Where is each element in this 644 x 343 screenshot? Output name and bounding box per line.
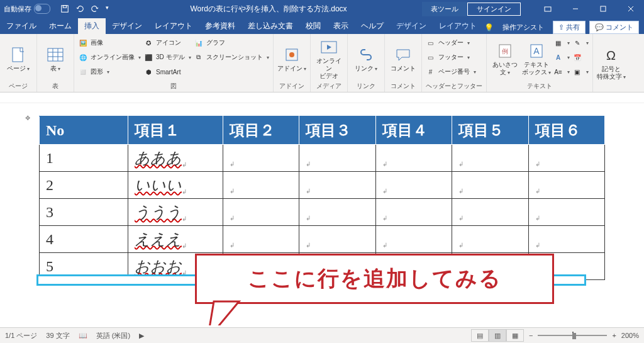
shapes-icon: ◻️ bbox=[78, 67, 88, 77]
svg-marker-21 bbox=[208, 301, 239, 325]
3dmodel-button[interactable]: ⬛3D モデル bbox=[143, 51, 191, 64]
dropdown-icon[interactable]: ▾ bbox=[106, 4, 109, 13]
link-button[interactable]: リンク bbox=[352, 37, 380, 82]
online-video-button[interactable]: オンライン ビデオ bbox=[314, 37, 343, 82]
tab-help[interactable]: ヘルプ bbox=[355, 18, 390, 34]
signin-button[interactable]: サインイン bbox=[467, 3, 521, 16]
th[interactable]: 項目３ bbox=[299, 116, 375, 145]
picture-button[interactable]: 🖼️画像 bbox=[78, 37, 141, 49]
tab-insert[interactable]: 挿入 bbox=[78, 18, 106, 34]
title-bar: 自動保存 ▾ Wordの表に行や列を挿入、削除する方法.docx 表ツール サイ… bbox=[0, 0, 644, 18]
dropcap-button[interactable]: A≡ bbox=[553, 65, 570, 78]
th[interactable]: 項目６ bbox=[528, 116, 604, 145]
ribbon-display-icon[interactable] bbox=[535, 0, 561, 18]
tab-home[interactable]: ホーム bbox=[43, 18, 78, 34]
sigline-button[interactable]: ✎ bbox=[572, 37, 589, 49]
chart-button[interactable]: 📊グラフ bbox=[194, 37, 269, 49]
group-label: テキスト bbox=[491, 82, 589, 91]
svg-rect-1 bbox=[63, 6, 66, 8]
table-move-handle[interactable]: ✥ bbox=[25, 115, 30, 121]
document-canvas[interactable]: ✥ No 項目１ 項目２ 項目３ 項目４ 項目５ 項目６ 1あああ↲↲↲↲↲↲ … bbox=[0, 93, 644, 325]
spellcheck-icon[interactable]: 📖 bbox=[79, 332, 87, 340]
tab-view[interactable]: 表示 bbox=[327, 18, 355, 34]
share-button[interactable]: ⇪ 共有 bbox=[553, 21, 586, 34]
header-button[interactable]: ▭ヘッダー bbox=[426, 37, 476, 49]
th[interactable]: No bbox=[40, 116, 128, 145]
zoom-in-button[interactable]: + bbox=[612, 332, 616, 339]
quickparts-button[interactable]: ▦ bbox=[553, 37, 570, 49]
ribbon-tabs: ファイル ホーム 挿入 デザイン レイアウト 参考資料 差し込み文書 校閲 表示… bbox=[0, 18, 644, 34]
maximize-icon[interactable] bbox=[590, 0, 616, 18]
screenshot-button[interactable]: ⧉スクリーンショット bbox=[194, 51, 269, 64]
object-button[interactable]: ▣ bbox=[572, 65, 589, 78]
tab-layout[interactable]: レイアウト bbox=[148, 18, 199, 34]
tab-design[interactable]: デザイン bbox=[106, 18, 148, 34]
footer-button[interactable]: ▭フッター bbox=[426, 51, 476, 64]
tab-mailings[interactable]: 差し込み文書 bbox=[242, 18, 299, 34]
group-headerfooter: ▭ヘッダー ▭フッター #ページ番号 ヘッダーとフッター bbox=[422, 34, 487, 92]
document-title: Wordの表に行や列を挿入、削除する方法.docx bbox=[115, 4, 422, 14]
shapes-button[interactable]: ◻️図形 bbox=[78, 65, 141, 78]
object-icon: ▣ bbox=[572, 67, 582, 77]
zoom-level[interactable]: 200% bbox=[621, 332, 639, 339]
wordart-button[interactable]: A bbox=[553, 51, 570, 64]
th[interactable]: 項目５ bbox=[452, 116, 528, 145]
pages-button[interactable]: ページ bbox=[4, 37, 33, 82]
close-icon[interactable] bbox=[618, 0, 644, 18]
tab-references[interactable]: 参考資料 bbox=[199, 18, 242, 34]
minimize-icon[interactable] bbox=[562, 0, 589, 18]
table-row[interactable]: 1あああ↲↲↲↲↲↲ bbox=[40, 145, 605, 172]
group-addins: アドイン アドイン bbox=[274, 34, 311, 92]
wordart-icon: A bbox=[553, 52, 564, 62]
online-picture-icon: 🌐 bbox=[78, 52, 88, 62]
undo-icon[interactable] bbox=[75, 4, 84, 13]
smartart-button[interactable]: ⬢SmartArt bbox=[143, 65, 191, 78]
datetime-button[interactable]: 📅 bbox=[572, 51, 589, 64]
symbol-button[interactable]: Ω 記号と 特殊文字 bbox=[597, 37, 626, 91]
zoom-slider[interactable] bbox=[538, 335, 607, 336]
video-icon bbox=[320, 38, 338, 56]
tab-review[interactable]: 校閲 bbox=[299, 18, 327, 34]
chart-icon: 📊 bbox=[194, 38, 204, 48]
greeting-button[interactable]: 例 あいさつ 文 bbox=[491, 37, 519, 82]
redo-icon[interactable] bbox=[91, 4, 99, 13]
footer-icon: ▭ bbox=[426, 52, 436, 62]
tab-file[interactable]: ファイル bbox=[0, 18, 43, 34]
svg-rect-2 bbox=[545, 7, 551, 11]
table-row[interactable]: 4えええ↲↲↲↲↲↲ bbox=[40, 226, 605, 253]
th[interactable]: 項目１ bbox=[128, 116, 223, 145]
pagenum-button[interactable]: #ページ番号 bbox=[426, 65, 476, 78]
readmode-icon[interactable]: ▤ bbox=[471, 329, 489, 342]
table-row[interactable]: 2いいい↲↲↲↲↲↲ bbox=[40, 172, 605, 199]
ribbon: ページ ページ 表 表 🖼️画像 🌐オンライン画像 ◻️図形 ✪アイコン ⬛3D… bbox=[0, 34, 644, 93]
svg-rect-4 bbox=[601, 6, 606, 11]
language-indicator[interactable]: 英語 (米国) bbox=[96, 331, 130, 340]
save-icon[interactable] bbox=[60, 4, 69, 13]
tell-me[interactable]: 操作アシスト bbox=[497, 23, 549, 32]
printlayout-icon[interactable]: ▥ bbox=[489, 329, 506, 342]
autosave-toggle[interactable]: 自動保存 bbox=[0, 4, 54, 14]
word-count[interactable]: 39 文字 bbox=[46, 331, 69, 340]
online-picture-button[interactable]: 🌐オンライン画像 bbox=[78, 51, 141, 64]
tab-table-layout[interactable]: レイアウト bbox=[433, 18, 483, 34]
addins-button[interactable]: アドイン bbox=[277, 37, 306, 82]
zoom-out-button[interactable]: − bbox=[529, 332, 533, 339]
annotation-callout: ここに行を追加してみる bbox=[195, 254, 554, 304]
th[interactable]: 項目２ bbox=[223, 116, 299, 145]
ruler bbox=[0, 93, 644, 103]
group-illustrations: 🖼️画像 🌐オンライン画像 ◻️図形 ✪アイコン ⬛3D モデル ⬢SmartA… bbox=[74, 34, 274, 92]
group-symbols: Ω 記号と 特殊文字 bbox=[593, 34, 630, 92]
tab-table-design[interactable]: デザイン bbox=[390, 18, 433, 34]
table-row[interactable]: 3ううう↲↲↲↲↲↲ bbox=[40, 199, 605, 226]
weblayout-icon[interactable]: ▦ bbox=[506, 329, 524, 342]
comment-button[interactable]: コメント bbox=[389, 37, 418, 82]
page-indicator[interactable]: 1/1 ページ bbox=[5, 331, 37, 340]
pagenum-icon: # bbox=[426, 67, 436, 77]
icons-button[interactable]: ✪アイコン bbox=[143, 37, 191, 49]
page-icon bbox=[9, 46, 27, 64]
table-button[interactable]: 表 bbox=[41, 37, 70, 82]
textbox-button[interactable]: A テキスト ボックス bbox=[522, 37, 551, 82]
th[interactable]: 項目４ bbox=[375, 116, 452, 145]
macro-icon[interactable]: ▶ bbox=[139, 332, 144, 340]
comments-button[interactable]: 💬 コメント bbox=[589, 21, 639, 34]
